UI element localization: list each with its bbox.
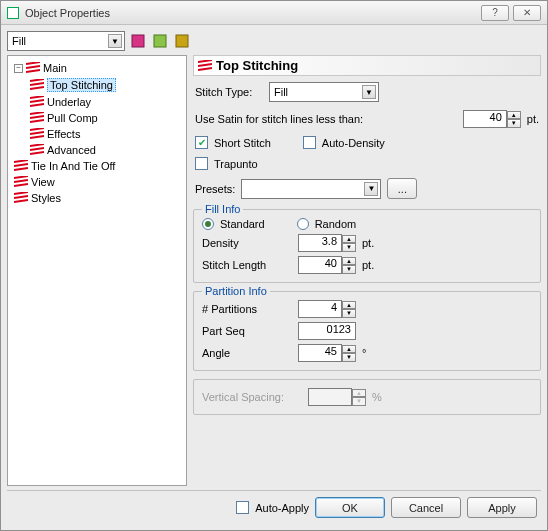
apply-button[interactable]: Apply	[467, 497, 537, 518]
stitch-length-label: Stitch Length	[202, 259, 292, 271]
tree-item-top-stitching[interactable]: Top Stitching	[30, 76, 182, 94]
spin-down-icon[interactable]: ▼	[507, 119, 521, 128]
stitch-icon	[30, 128, 44, 140]
cancel-button[interactable]: Cancel	[391, 497, 461, 518]
stitch-length-unit: pt.	[362, 259, 374, 271]
vspacing-unit: %	[372, 391, 382, 403]
spin-down-icon[interactable]: ▼	[342, 243, 356, 252]
tree-item-underlay[interactable]: Underlay	[30, 94, 182, 110]
chevron-down-icon: ▼	[108, 34, 122, 48]
toolbar-icon-1[interactable]	[129, 32, 147, 50]
auto-apply-checkbox[interactable]	[236, 501, 249, 514]
svg-line-6	[30, 79, 44, 81]
svg-line-21	[14, 160, 28, 162]
svg-line-32	[198, 68, 212, 70]
presets-combo[interactable]: ▼	[241, 179, 381, 199]
partitions-value[interactable]: 4	[298, 300, 342, 318]
svg-line-14	[30, 120, 44, 122]
svg-line-11	[30, 104, 44, 106]
tree-item-tie[interactable]: Tie In And Tie Off	[14, 158, 182, 174]
auto-density-label: Auto-Density	[322, 137, 385, 149]
toolbar-icon-3[interactable]	[173, 32, 191, 50]
svg-line-25	[14, 180, 28, 182]
angle-spinner[interactable]: 45 ▲▼	[298, 344, 356, 362]
use-satin-spinner[interactable]: 40 ▲▼	[463, 110, 521, 128]
tree-item-view[interactable]: View	[14, 174, 182, 190]
short-stitch-label: Short Stitch	[214, 137, 271, 149]
close-button[interactable]: ✕	[513, 5, 541, 21]
spin-up-icon[interactable]: ▲	[342, 257, 356, 266]
standard-radio[interactable]	[202, 218, 214, 230]
svg-line-3	[26, 62, 40, 64]
tree-item-label: Top Stitching	[47, 78, 116, 92]
category-combo[interactable]: Fill ▼	[7, 31, 125, 51]
angle-label: Angle	[202, 347, 292, 359]
presets-label: Presets:	[195, 183, 235, 195]
toolbar-icon-2[interactable]	[151, 32, 169, 50]
spin-up-icon[interactable]: ▲	[342, 235, 356, 244]
stitch-type-label: Stitch Type:	[195, 86, 263, 98]
stitch-icon	[26, 62, 40, 74]
collapse-icon[interactable]: −	[14, 64, 23, 73]
angle-value[interactable]: 45	[298, 344, 342, 362]
density-spinner[interactable]: 3.8 ▲▼	[298, 234, 356, 252]
random-radio[interactable]	[297, 218, 309, 230]
stitch-length-spinner[interactable]: 40 ▲▼	[298, 256, 356, 274]
tree-pane: − Main Top Stitching Underlay	[7, 55, 187, 486]
svg-line-23	[14, 168, 28, 170]
panel-title: Top Stitching	[216, 58, 298, 73]
tree-item-label: View	[31, 176, 55, 188]
window-controls: ? ✕	[481, 5, 541, 21]
svg-line-30	[198, 60, 212, 62]
tree-item-advanced[interactable]: Advanced	[30, 142, 182, 158]
use-satin-unit: pt.	[527, 113, 539, 125]
random-label: Random	[315, 218, 357, 230]
svg-line-24	[14, 176, 28, 178]
properties-panel: Top Stitching Stitch Type: Fill ▼ Use Sa…	[193, 55, 541, 486]
density-value[interactable]: 3.8	[298, 234, 342, 252]
tree-item-styles[interactable]: Styles	[14, 190, 182, 206]
angle-unit: °	[362, 347, 366, 359]
auto-density-checkbox[interactable]	[303, 136, 316, 149]
tree-item-pull-comp[interactable]: Pull Comp	[30, 110, 182, 126]
svg-line-15	[30, 128, 44, 130]
use-satin-value[interactable]: 40	[463, 110, 507, 128]
tree-item-label: Underlay	[47, 96, 91, 108]
spin-down-icon[interactable]: ▼	[342, 353, 356, 362]
spin-down-icon[interactable]: ▼	[342, 265, 356, 274]
stitch-type-value: Fill	[274, 86, 288, 98]
trapunto-label: Trapunto	[214, 158, 258, 170]
stitch-icon	[14, 192, 28, 204]
presets-browse-button[interactable]: ...	[387, 178, 417, 199]
spin-up-icon[interactable]: ▲	[507, 111, 521, 120]
svg-line-19	[30, 148, 44, 150]
stitch-icon	[198, 60, 212, 72]
spin-up-icon: ▲	[352, 389, 366, 398]
spin-up-icon[interactable]: ▲	[342, 345, 356, 354]
titlebar: Object Properties ? ✕	[1, 1, 547, 25]
stitch-icon	[30, 96, 44, 108]
stitch-length-value[interactable]: 40	[298, 256, 342, 274]
tree-item-label: Tie In And Tie Off	[31, 160, 115, 172]
tree-item-effects[interactable]: Effects	[30, 126, 182, 142]
spin-down-icon[interactable]: ▼	[342, 309, 356, 318]
partitions-spinner[interactable]: 4 ▲▼	[298, 300, 356, 318]
partition-legend: Partition Info	[202, 285, 270, 297]
stitch-type-combo[interactable]: Fill ▼	[269, 82, 379, 102]
fill-info-legend: Fill Info	[202, 203, 243, 215]
panel-header: Top Stitching	[193, 55, 541, 76]
ok-button[interactable]: OK	[315, 497, 385, 518]
tree-root-label: Main	[43, 62, 67, 74]
spin-up-icon[interactable]: ▲	[342, 301, 356, 310]
help-button[interactable]: ?	[481, 5, 509, 21]
stitch-icon	[30, 112, 44, 124]
svg-line-29	[14, 200, 28, 202]
svg-line-5	[26, 70, 40, 72]
part-seq-value[interactable]: 0123	[298, 322, 356, 340]
trapunto-checkbox[interactable]	[195, 157, 208, 170]
svg-line-4	[26, 66, 40, 68]
short-stitch-checkbox[interactable]: ✔	[195, 136, 208, 149]
svg-line-27	[14, 192, 28, 194]
tree-item-label: Styles	[31, 192, 61, 204]
tree-root[interactable]: − Main	[14, 60, 182, 76]
